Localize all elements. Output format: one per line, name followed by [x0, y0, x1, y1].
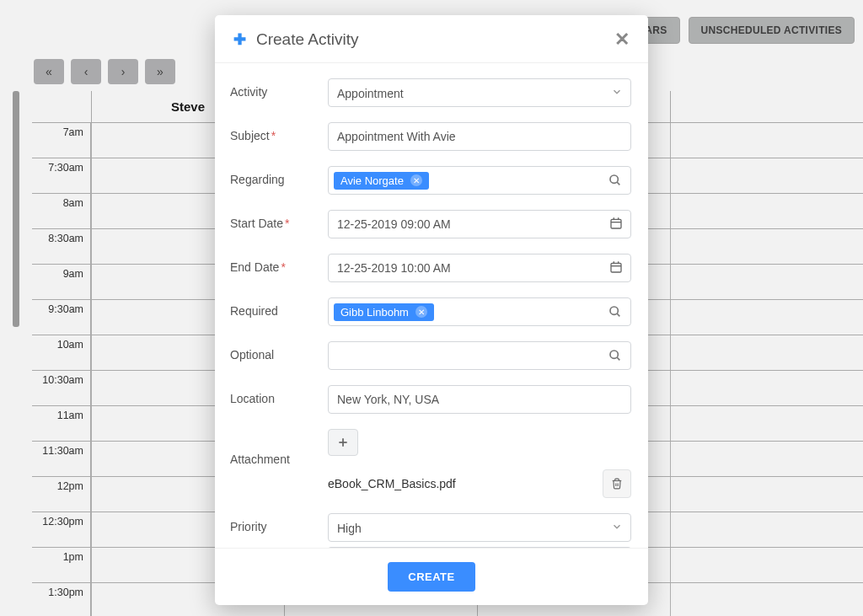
- search-icon[interactable]: [608, 305, 622, 319]
- search-icon[interactable]: [608, 174, 622, 187]
- end-date-label: End Date*: [230, 254, 328, 274]
- add-attachment-button[interactable]: [328, 429, 358, 456]
- create-activity-modal: ✚ Create Activity ✕ Activity Appointment…: [215, 15, 648, 605]
- search-icon[interactable]: [608, 349, 622, 362]
- svg-point-0: [610, 175, 618, 183]
- regarding-input[interactable]: Avie Norgate ✕: [328, 166, 631, 195]
- optional-label: Optional: [230, 341, 328, 362]
- regarding-token: Avie Norgate ✕: [334, 172, 429, 190]
- regarding-label: Regarding: [230, 166, 328, 186]
- attachment-label: Attachment: [230, 429, 328, 466]
- modal-overlay: ✚ Create Activity ✕ Activity Appointment…: [0, 0, 863, 616]
- partial-input: [328, 547, 631, 548]
- delete-attachment-button[interactable]: [603, 469, 631, 498]
- svg-line-1: [617, 182, 619, 185]
- activity-label: Activity: [230, 78, 328, 99]
- start-date-label: Start Date*: [230, 210, 328, 230]
- location-input[interactable]: [328, 385, 631, 414]
- subject-input[interactable]: [328, 122, 631, 151]
- remove-token-icon[interactable]: ✕: [415, 306, 427, 318]
- subject-label: Subject*: [230, 122, 328, 142]
- optional-input[interactable]: [328, 341, 631, 370]
- required-token: Gibb Linbohm ✕: [334, 303, 434, 321]
- svg-line-11: [617, 313, 619, 316]
- required-label: Required: [230, 297, 328, 318]
- activity-select[interactable]: Appointment: [328, 78, 631, 107]
- close-icon[interactable]: ✕: [614, 29, 630, 51]
- modal-title: Create Activity: [256, 30, 614, 49]
- svg-line-13: [617, 357, 619, 360]
- svg-point-12: [610, 351, 618, 358]
- priority-select[interactable]: High: [328, 513, 631, 542]
- plus-icon: ✚: [233, 30, 246, 49]
- priority-label: Priority: [230, 513, 328, 533]
- end-date-input[interactable]: [328, 254, 631, 282]
- attachment-filename: eBook_CRM_Basics.pdf: [328, 477, 456, 490]
- svg-point-10: [610, 307, 618, 314]
- location-label: Location: [230, 385, 328, 405]
- remove-token-icon[interactable]: ✕: [410, 174, 422, 186]
- start-date-input[interactable]: [328, 210, 631, 238]
- required-input[interactable]: Gibb Linbohm ✕: [328, 297, 631, 326]
- create-button[interactable]: CREATE: [388, 562, 474, 592]
